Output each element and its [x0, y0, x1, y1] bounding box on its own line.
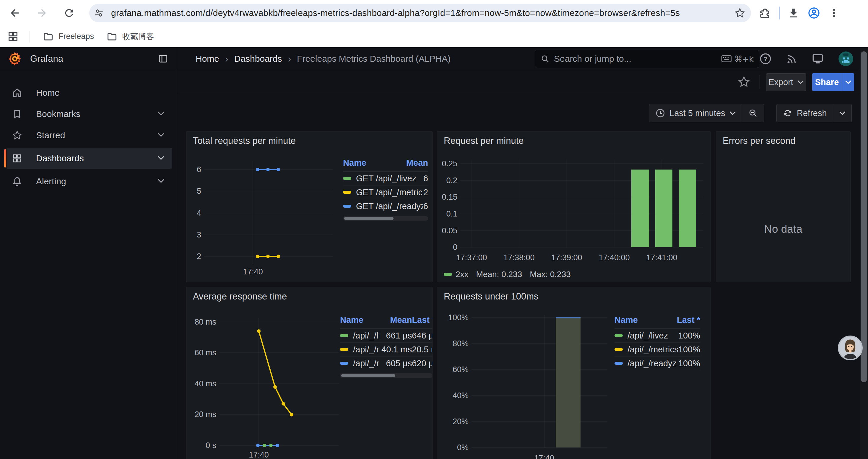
series-swatch	[340, 348, 348, 351]
svg-text:0.25: 0.25	[442, 159, 457, 168]
panel-title[interactable]: Average response time	[193, 291, 287, 302]
share-button-group: Share	[812, 73, 854, 91]
browser-toolbar: grafana.mathmast.com/d/deytv4rwavabkb/fr…	[0, 0, 868, 26]
profile-icon[interactable]	[807, 6, 820, 20]
legend-row[interactable]: GET /api/_/metrics 2	[343, 186, 428, 199]
svg-text:17:40: 17:40	[534, 454, 554, 459]
keyboard-icon	[721, 55, 732, 63]
svg-text:6: 6	[197, 165, 201, 174]
legend-row[interactable]: GET /api/_/livez 6	[343, 172, 428, 186]
favorite-dashboard-button[interactable]	[737, 75, 752, 90]
panel-requests-under-100ms[interactable]: Requests under 100ms 100% 80% 60% 40% 20…	[437, 287, 711, 459]
panel-title[interactable]: Request per minute	[444, 136, 524, 146]
zoom-out-icon	[748, 108, 758, 118]
legend-row[interactable]: /api/_/livez 100%	[615, 329, 700, 342]
svg-text:17:40: 17:40	[243, 267, 263, 276]
legend-scrollbar[interactable]	[340, 373, 433, 378]
panel-errors-per-second[interactable]: Errors per second No data	[716, 131, 850, 282]
refresh-interval-dropdown[interactable]	[833, 104, 851, 122]
sidebar-item-bookmarks[interactable]: Bookmarks	[6, 105, 172, 123]
breadcrumb-dashboards[interactable]: Dashboards	[234, 54, 282, 64]
bookmark-star-icon[interactable]	[734, 7, 746, 19]
share-dropdown-button[interactable]	[842, 73, 854, 91]
downloads-icon[interactable]	[787, 7, 800, 19]
panel-toggle-icon	[157, 53, 169, 64]
panel-title[interactable]: Requests under 100ms	[444, 291, 538, 302]
panel-avg-response-time[interactable]: Average response time 80 ms 60 ms 40 ms …	[186, 287, 433, 459]
breadcrumb-separator: ›	[225, 54, 228, 64]
address-bar[interactable]: grafana.mathmast.com/d/deytv4rwavabkb/fr…	[89, 4, 751, 22]
legend-scrollbar[interactable]	[343, 216, 428, 221]
legend-header: Name Last *	[615, 315, 700, 329]
breadcrumb-home[interactable]: Home	[195, 54, 219, 64]
assistant-avatar-bubble[interactable]	[838, 335, 863, 360]
toolbar-right-icons	[759, 6, 840, 20]
search-box[interactable]: ⌘+k	[535, 50, 759, 68]
panel-total-requests[interactable]: Total requests per minute 6 5 4 3 2 17:4…	[186, 131, 433, 282]
page-scrollbar[interactable]	[860, 47, 868, 459]
zoom-out-time-button[interactable]	[742, 104, 764, 122]
chevron-down-icon[interactable]	[157, 111, 164, 117]
help-icon[interactable]: ?	[759, 53, 772, 65]
export-button[interactable]: Export	[766, 73, 806, 91]
sidebar-item-home[interactable]: Home	[6, 84, 172, 101]
legend-row[interactable]: GET /api/_/readyz 6	[343, 199, 428, 213]
series-swatch	[340, 362, 348, 365]
avg-response-chart: 80 ms 60 ms 40 ms 20 ms 0 s 17:40	[191, 317, 339, 458]
chevron-down-icon[interactable]	[157, 132, 164, 138]
bar-series-2xx	[631, 169, 696, 247]
folder-icon	[106, 31, 118, 42]
apps-grid-icon[interactable]	[7, 31, 19, 42]
dashboards-grid-icon	[11, 153, 23, 164]
panel-title[interactable]: Errors per second	[723, 136, 795, 146]
sidebar-item-starred[interactable]: Starred	[6, 127, 172, 144]
svg-text:?: ?	[764, 56, 768, 62]
menu-kebab-icon[interactable]	[828, 7, 840, 19]
svg-text:60%: 60%	[453, 365, 469, 374]
reload-button[interactable]	[60, 4, 79, 23]
chevron-down-icon	[845, 80, 851, 84]
url-text[interactable]: grafana.mathmast.com/d/deytv4rwavabkb/fr…	[111, 8, 734, 18]
legend-mean: Mean: 0.233	[476, 270, 522, 279]
bell-icon	[11, 175, 23, 187]
grafana-logo[interactable]	[7, 51, 23, 66]
sidebar-item-alerting[interactable]: Alerting	[6, 173, 172, 190]
legend-row[interactable]: /api/_/livez 661 µs 646 µs	[340, 329, 433, 342]
legend-row[interactable]: /api/_/readyz 100%	[615, 357, 700, 370]
kiosk-monitor-icon[interactable]	[811, 52, 824, 65]
legend-row[interactable]: /api/_/metrics 40.1 ms 20.5 ms	[340, 342, 433, 357]
dashboard-actions-bar: Export Share	[178, 70, 868, 94]
back-button[interactable]	[5, 4, 24, 23]
folder-icon	[42, 31, 54, 42]
bookmarks-bar: Freeleaps 收藏博客	[0, 26, 868, 47]
share-button[interactable]: Share	[812, 73, 842, 91]
chevron-down-icon[interactable]	[157, 155, 164, 161]
panel-request-per-minute[interactable]: Request per minute 0.25 0.2 0.15 0.1 0.0…	[437, 131, 711, 282]
legend-row[interactable]: /api/_/metrics 100%	[615, 342, 700, 357]
sidebar-item-dashboards[interactable]: Dashboards	[6, 148, 172, 169]
panel-title[interactable]: Total requests per minute	[193, 136, 296, 146]
sidebar-toggle-button[interactable]	[156, 52, 170, 66]
svg-text:3: 3	[197, 230, 201, 239]
refresh-icon	[783, 108, 793, 118]
brand-name[interactable]: Grafana	[30, 54, 63, 64]
extensions-icon[interactable]	[759, 7, 771, 19]
grafana-app: Grafana Home › Dashboards › Freeleaps Me…	[0, 47, 868, 459]
rss-news-icon[interactable]	[785, 53, 798, 65]
legend-row[interactable]: /api/_/readyz 605 µs 620 µs	[340, 357, 433, 370]
search-input[interactable]	[554, 54, 721, 64]
refresh-button[interactable]: Refresh	[777, 104, 833, 122]
time-range-picker[interactable]: Last 5 minutes	[649, 104, 742, 122]
home-icon	[11, 87, 23, 99]
site-settings-icon[interactable]	[93, 7, 104, 19]
bookmark-folder-blogs[interactable]: 收藏博客	[106, 31, 154, 42]
series-swatch	[343, 205, 351, 208]
user-avatar[interactable]	[838, 51, 854, 67]
forward-button[interactable]	[32, 4, 52, 23]
chevron-down-icon	[730, 111, 736, 115]
legend-series-label[interactable]: 2xx	[456, 270, 469, 279]
bookmark-icon	[11, 108, 23, 120]
scrollbar-thumb[interactable]	[861, 52, 867, 382]
bookmark-folder-freeleaps[interactable]: Freeleaps	[42, 31, 94, 42]
chevron-down-icon[interactable]	[157, 178, 164, 184]
